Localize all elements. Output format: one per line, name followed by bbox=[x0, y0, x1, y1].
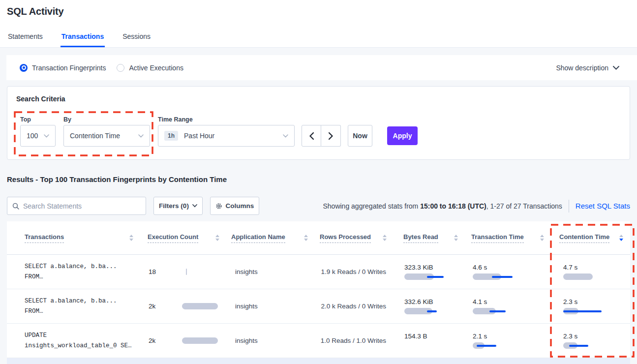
chevron-down-icon bbox=[138, 134, 144, 138]
radio-selected-icon bbox=[20, 64, 28, 72]
tab-transactions[interactable]: Transactions bbox=[61, 28, 105, 47]
top-header: SQL Activity Statements Transactions Ses… bbox=[0, 0, 637, 48]
application-name-cell: insights bbox=[226, 337, 315, 344]
time-range-badge: 1h bbox=[164, 131, 178, 141]
top-select[interactable]: 100 bbox=[20, 125, 56, 147]
contention-time-cell: 4.7 s bbox=[551, 264, 630, 280]
sort-icon[interactable] bbox=[129, 235, 133, 241]
search-statements-input[interactable] bbox=[23, 202, 141, 210]
tab-sessions[interactable]: Sessions bbox=[121, 28, 152, 47]
search-criteria-card: Search Criteria Top 100 By Contention Ti… bbox=[7, 86, 630, 160]
column-header-bytes-read[interactable]: Bytes Read bbox=[394, 221, 465, 254]
chevron-right-icon bbox=[329, 132, 333, 140]
rows-processed-cell: 1.0 Reads / 1.0 Writes bbox=[315, 337, 394, 344]
previous-time-button[interactable] bbox=[302, 125, 321, 147]
transaction-time-bar bbox=[473, 273, 527, 280]
radio-active-executions[interactable]: Active Executions bbox=[117, 64, 183, 72]
view-toggle-bar: Transaction Fingerprints Active Executio… bbox=[6, 55, 637, 80]
execution-count-cell: 18 bbox=[140, 268, 226, 275]
sort-icon[interactable] bbox=[304, 235, 308, 241]
show-description-toggle[interactable]: Show description bbox=[556, 55, 619, 80]
search-statements-box bbox=[7, 197, 146, 215]
rows-processed-cell: 1.9 k Reads / 0 Writes bbox=[315, 268, 394, 275]
table-row[interactable]: SELECT a.balance, b.ba...FROM… 18 insigh… bbox=[7, 255, 630, 289]
time-range-label: Time Range bbox=[158, 116, 193, 123]
contention-time-bar bbox=[563, 342, 617, 349]
column-header-transactions[interactable]: Transactions bbox=[7, 221, 140, 254]
rows-processed-cell: 2.0 k Reads / 0 Writes bbox=[315, 303, 394, 310]
contention-time-bar bbox=[563, 273, 617, 280]
aggregated-stats-text: Showing aggregated stats from 15:00 to 1… bbox=[323, 202, 562, 210]
bytes-read-cell: 154.3 B bbox=[394, 333, 465, 349]
time-range-nav bbox=[302, 125, 341, 147]
transaction-time-bar bbox=[473, 342, 527, 349]
chevron-down-icon bbox=[613, 66, 619, 70]
sort-icon[interactable] bbox=[454, 235, 458, 241]
column-header-application-name[interactable]: Application Name bbox=[226, 221, 315, 254]
by-label: By bbox=[63, 116, 71, 123]
chevron-down-icon bbox=[44, 134, 49, 138]
column-header-transaction-time[interactable]: Transaction Time bbox=[465, 221, 551, 254]
column-header-execution-count[interactable]: Execution Count bbox=[140, 221, 226, 254]
bytes-read-bar bbox=[404, 308, 458, 314]
reset-sql-stats-link[interactable]: Reset SQL Stats bbox=[576, 202, 630, 210]
sort-icon[interactable] bbox=[215, 235, 219, 241]
bytes-read-bar bbox=[404, 342, 458, 349]
search-icon bbox=[12, 203, 19, 210]
radio-transaction-fingerprints[interactable]: Transaction Fingerprints bbox=[20, 64, 106, 72]
time-range-select[interactable]: 1h Past Hour bbox=[158, 125, 295, 147]
column-header-contention-time[interactable]: Contention Time bbox=[551, 221, 630, 254]
application-name-cell: insights bbox=[226, 268, 315, 275]
execution-count-bar bbox=[182, 303, 220, 309]
transaction-time-cell: 4.1 s bbox=[465, 298, 551, 314]
search-criteria-heading: Search Criteria bbox=[16, 95, 65, 103]
contention-time-cell: 2.3 s bbox=[551, 333, 630, 349]
bytes-read-bar bbox=[404, 273, 458, 280]
results-controls: Filters (0) Columns Showing aggregated s… bbox=[7, 197, 630, 215]
chevron-down-icon bbox=[283, 134, 288, 138]
execution-count-cell: 2k bbox=[140, 303, 226, 310]
bytes-read-cell: 323.3 KiB bbox=[394, 264, 465, 280]
table-row[interactable]: SELECT a.balance, b.ba...FROM… 2k insigh… bbox=[7, 289, 630, 324]
transaction-fingerprint-link[interactable]: SELECT a.balance, b.ba...FROM… bbox=[25, 296, 140, 317]
next-row-peek bbox=[7, 358, 630, 364]
now-button[interactable]: Now bbox=[348, 125, 372, 147]
transaction-time-cell: 2.1 s bbox=[465, 333, 551, 349]
next-time-button[interactable] bbox=[321, 125, 341, 147]
contention-time-cell: 2.3 s bbox=[551, 298, 630, 314]
contention-time-bar bbox=[563, 308, 617, 314]
transaction-time-cell: 4.6 s bbox=[465, 264, 551, 280]
sort-icon[interactable] bbox=[383, 235, 387, 241]
column-header-rows-processed[interactable]: Rows Processed bbox=[315, 221, 394, 254]
transaction-fingerprint-link[interactable]: UPDATEinsights_workload_table_0 SE… bbox=[25, 331, 140, 351]
bytes-read-cell: 332.6 KiB bbox=[394, 298, 465, 314]
by-select[interactable]: Contention Time bbox=[63, 125, 150, 147]
divider bbox=[569, 200, 569, 212]
stats-area: Showing aggregated stats from 15:00 to 1… bbox=[323, 197, 630, 215]
columns-button[interactable]: Columns bbox=[210, 197, 259, 215]
sort-icon-active-desc[interactable] bbox=[619, 235, 623, 241]
table-row[interactable]: UPDATEinsights_workload_table_0 SE… 2k i… bbox=[7, 324, 630, 358]
table-header-row: Transactions Execution Count Application… bbox=[7, 221, 630, 255]
gear-icon bbox=[215, 203, 222, 210]
apply-button[interactable]: Apply bbox=[387, 126, 418, 145]
tab-statements[interactable]: Statements bbox=[7, 28, 44, 47]
top-label: Top bbox=[20, 116, 31, 123]
transaction-fingerprint-link[interactable]: SELECT a.balance, b.ba...FROM… bbox=[25, 262, 140, 282]
sort-icon[interactable] bbox=[540, 235, 544, 241]
application-name-cell: insights bbox=[226, 303, 315, 310]
execution-count-bar bbox=[182, 337, 220, 344]
chevron-left-icon bbox=[309, 132, 314, 140]
page-title: SQL Activity bbox=[7, 6, 63, 17]
results-heading: Results - Top 100 Transaction Fingerprin… bbox=[7, 175, 227, 183]
transactions-table: Transactions Execution Count Application… bbox=[7, 221, 630, 358]
transaction-time-bar bbox=[473, 308, 527, 314]
chevron-down-icon bbox=[192, 204, 197, 208]
filters-button[interactable]: Filters (0) bbox=[153, 197, 203, 215]
execution-count-cell: 2k bbox=[140, 337, 226, 344]
radio-unselected-icon bbox=[117, 64, 124, 72]
execution-count-bar bbox=[182, 269, 220, 275]
tab-bar: Statements Transactions Sessions bbox=[7, 28, 152, 47]
